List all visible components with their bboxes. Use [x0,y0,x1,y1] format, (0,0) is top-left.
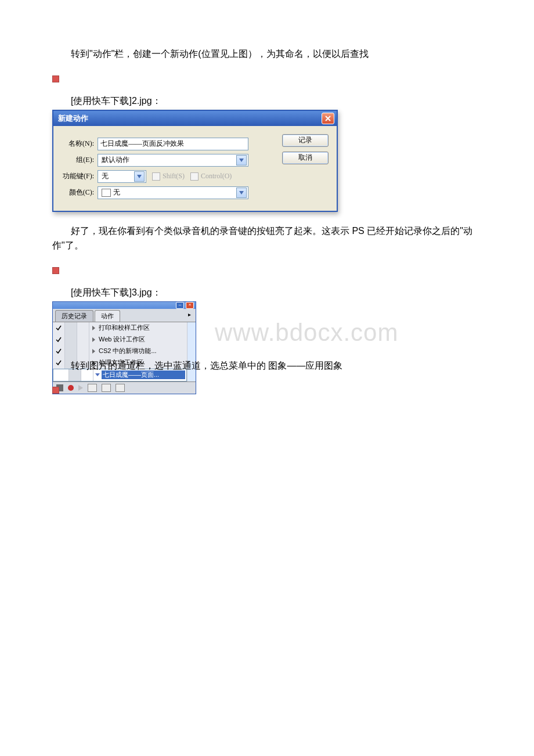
triangle-right-icon [92,337,95,342]
control-checkbox[interactable]: Control(O) [190,172,232,181]
caption-2: [使用快车下载]2.jpg： [52,95,482,107]
folder-icon[interactable] [88,384,97,392]
list-item[interactable]: CS2 中的新增功能... [53,345,187,357]
bullet-icon [52,387,59,394]
chevron-down-icon [236,155,247,165]
group-label: 组(E): [58,155,94,165]
triangle-right-icon [92,326,95,330]
color-swatch-icon [102,189,111,197]
bullet-icon [52,75,59,82]
triangle-down-icon [95,373,100,376]
bullet-icon [52,267,59,274]
fkey-select[interactable]: 无 [98,170,146,183]
paragraph-3: 转到图片的通道栏，选中蓝通道，选总菜单中的 图象——应用图象 [52,358,482,373]
tab-actions[interactable]: 动作 [95,310,120,322]
chevron-down-icon [134,171,145,182]
name-input[interactable] [98,138,248,150]
cancel-button[interactable]: 取消 [282,152,329,164]
dialog-title: 新建动作 [58,113,88,124]
caption-3: [使用快车下载]3.jpg： [52,287,482,299]
shift-checkbox[interactable]: Shift(S) [152,172,185,181]
close-icon[interactable]: × [186,302,194,309]
minimize-icon[interactable]: – [176,302,184,309]
new-icon[interactable] [102,384,111,392]
group-value: 默认动作 [102,155,236,165]
close-icon[interactable] [322,113,334,124]
chevron-down-icon [236,188,247,198]
group-select[interactable]: 默认动作 [98,154,248,167]
play-icon[interactable] [78,385,83,391]
color-label: 颜色(C): [58,188,94,197]
color-value: 无 [113,188,236,197]
list-item[interactable]: Web 设计工作区 [53,334,187,345]
color-select[interactable]: 无 [98,186,248,199]
actions-panel: – × 历史记录 动作 ▸ 打印和校样工作区 [52,301,196,394]
panel-menu-icon[interactable]: ▸ [186,310,193,322]
watermark: www.bdocx.com [215,319,482,347]
trash-icon[interactable] [116,384,125,392]
paragraph-2: 好了，现在你看到有个类似录音机的录音键的按钮亮了起来。这表示 PS 已经开始记录… [52,224,482,253]
record-icon[interactable] [68,385,74,391]
new-action-dialog: 新建动作 名称(N): 组(E): 默认动作 功能键(F): 无 [52,110,338,212]
dialog-titlebar: 新建动作 [53,111,337,126]
tab-history[interactable]: 历史记录 [55,310,93,322]
record-button[interactable]: 记录 [282,134,329,147]
paragraph-1: 转到"动作"栏，创建一个新动作(位置见上图），为其命名，以便以后查找 [52,46,482,62]
triangle-right-icon [92,349,95,354]
name-label: 名称(N): [58,139,94,149]
fkey-value: 无 [102,171,134,181]
fkey-label: 功能键(F): [58,171,94,181]
list-item[interactable]: 打印和校样工作区 [53,322,187,334]
